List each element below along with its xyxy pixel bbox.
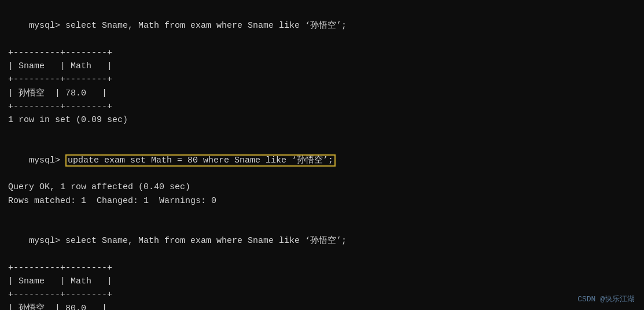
table1-row1: | 孙悟空 | 78.0 |: [8, 87, 636, 100]
table2-row1: | 孙悟空 | 80.0 |: [8, 302, 636, 311]
table1-bot-border: +---------+--------+: [8, 100, 636, 113]
table2-mid-border: +---------+--------+: [8, 288, 636, 301]
terminal: mysql> select Sname, Math from exam wher…: [0, 0, 644, 310]
prompt-2: mysql>: [29, 236, 65, 246]
blank1: [8, 127, 636, 140]
table2-header: | Sname | Math |: [8, 275, 636, 288]
table1-header: | Sname | Math |: [8, 60, 636, 73]
prompt-update: mysql>: [29, 156, 65, 165]
table2-top-border: +---------+--------+: [8, 261, 636, 275]
prompt-1: mysql>: [29, 21, 65, 31]
table1-mid-border: +---------+--------+: [8, 73, 636, 86]
line-queryok: Query OK, 1 row affected (0.40 sec): [8, 180, 636, 194]
cmd-1: select Sname, Math from exam where Sname…: [65, 21, 347, 31]
line-update: mysql> update exam set Math = 80 where S…: [8, 141, 636, 181]
line-2: mysql> select Sname, Math from exam wher…: [8, 221, 636, 261]
result1: 1 row in set (0.09 sec): [8, 113, 636, 127]
watermark: CSDN @快乐江湖: [577, 294, 635, 304]
cmd-2: select Sname, Math from exam where Sname…: [65, 236, 347, 246]
line-rows-matched: Rows matched: 1 Changed: 1 Warnings: 0: [8, 194, 636, 208]
line-1: mysql> select Sname, Math from exam wher…: [8, 6, 636, 46]
update-cmd-highlighted: update exam set Math = 80 where Sname li…: [65, 154, 336, 167]
table1-top-border: +---------+--------+: [8, 46, 636, 60]
blank2: [8, 208, 636, 221]
